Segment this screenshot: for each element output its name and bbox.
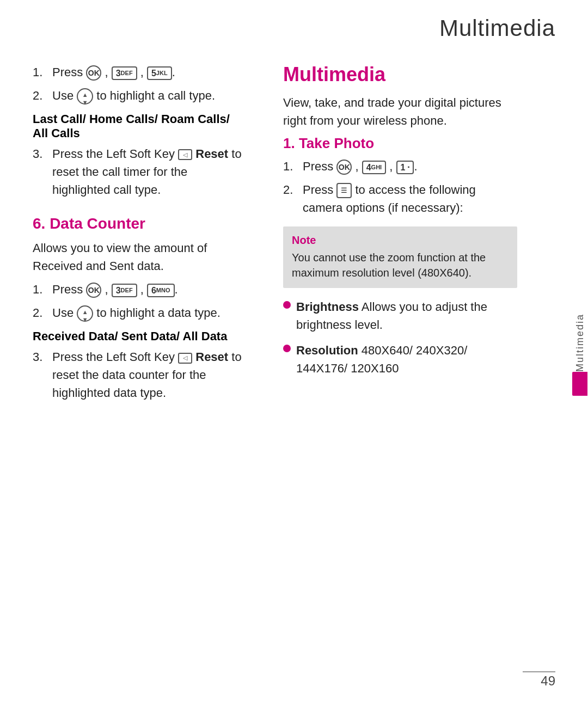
nav-icon-data: ▲▼ — [77, 305, 93, 322]
nav-icon-left: ▲▼ — [77, 88, 93, 105]
step-2-take-photo: 2. Press ☰ to access the following camer… — [283, 181, 517, 217]
step-3-data: 3. Press the Left Soft Key Reset to rese… — [33, 348, 245, 402]
5jkl-key: 5JKL — [147, 66, 172, 80]
note-text: You cannot use the zoom function at the … — [292, 250, 509, 280]
resolution-item: Resolution 480X640/ 240X320/ 144X176/ 12… — [283, 341, 517, 377]
4ghi-key: 4GHI — [362, 161, 386, 174]
bullet-dot-brightness — [283, 301, 291, 309]
step-1-take-photo: 1. Press OK , 4GHI , 1 ▪. — [283, 157, 517, 175]
ok-key: OK — [86, 65, 101, 81]
1-key: 1 ▪ — [396, 161, 414, 174]
step-2-left: 2. Use ▲▼ to highlight a call type. — [33, 87, 245, 105]
right-column: Multimedia View, take, and trade your di… — [267, 63, 550, 703]
sub-heading-data: Received Data/ Sent Data/ All Data — [33, 329, 245, 344]
ok-key-photo: OK — [336, 160, 352, 175]
6mno-key-data: 6MNO — [147, 284, 175, 297]
bullet-dot-resolution — [283, 345, 291, 352]
brightness-item: Brightness Allows you to adjust the brig… — [283, 298, 517, 334]
step-1-left: 1. Press OK , 3DEF , 5JKL. — [33, 63, 245, 81]
camera-options-list: Brightness Allows you to adjust the brig… — [283, 298, 517, 377]
step-3-left: 3. Press the Left Soft Key Reset to rese… — [33, 145, 245, 199]
soft-key-icon-data — [178, 353, 192, 364]
take-photo-heading: 1. Take Photo — [283, 135, 517, 152]
side-tab-bar — [572, 372, 587, 396]
note-box: Note You cannot use the zoom function at… — [283, 226, 517, 288]
page-number: 49 — [541, 673, 555, 688]
section6-body: Allows you to view the amount of Receive… — [33, 239, 245, 275]
3def-key: 3DEF — [112, 66, 137, 80]
ok-key-data: OK — [86, 283, 101, 298]
left-column: 1. Press OK , 3DEF , 5JKL. 2. Use ▲▼ to … — [0, 63, 267, 703]
note-label: Note — [292, 234, 509, 247]
3def-key-data: 3DEF — [112, 284, 137, 297]
multimedia-body: View, take, and trade your digital pictu… — [283, 94, 517, 130]
page-header: Multimedia — [0, 0, 588, 52]
multimedia-heading: Multimedia — [283, 63, 517, 86]
sub-heading-calls: Last Call/ Home Calls/ Roam Calls/ All C… — [33, 112, 245, 140]
side-tab-label: Multimedia — [574, 309, 586, 372]
footer-line — [523, 671, 555, 672]
step-2-data: 2. Use ▲▼ to highlight a data type. — [33, 304, 245, 322]
soft-key-icon-left — [178, 149, 192, 160]
step-1-data: 1. Press OK , 3DEF , 6MNO. — [33, 280, 245, 298]
page-footer: 49 — [541, 673, 555, 689]
side-tab: Multimedia — [572, 309, 588, 396]
page-title: Multimedia — [439, 15, 555, 41]
section6-heading: 6. Data Counter — [33, 215, 245, 232]
menu-key-icon: ☰ — [336, 183, 352, 198]
